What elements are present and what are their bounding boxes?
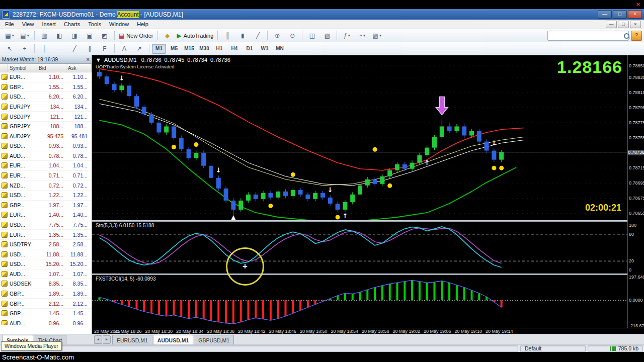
- timeframe-m30[interactable]: M30: [197, 44, 211, 54]
- market-watch-close-icon[interactable]: ×: [87, 56, 90, 62]
- close-button[interactable]: ×: [628, 10, 642, 19]
- tab-scroll-left[interactable]: ◂: [94, 335, 102, 344]
- market-watch-toggle-button[interactable]: ▥: [37, 30, 51, 41]
- chevron-down-icon: ▾: [12, 33, 14, 38]
- table-row[interactable]: USD...15.20...15.20...: [0, 259, 92, 269]
- navigator-button[interactable]: ◨: [67, 30, 82, 41]
- chart-tab-gbpusd-m1[interactable]: GBPUSD,M1: [194, 335, 234, 344]
- zoom-in-icon: ⊕: [275, 32, 280, 39]
- horizontal-line-tool-button[interactable]: ─: [52, 43, 66, 54]
- text-tool-button[interactable]: A: [117, 43, 131, 54]
- recorder-close-icon[interactable]: ×: [636, 1, 640, 8]
- table-row[interactable]: GBP...1.89...1.89...: [0, 289, 92, 299]
- new-chart-button[interactable]: ▦▾: [3, 30, 17, 41]
- table-row[interactable]: EUR...1.35...1.35...: [0, 230, 92, 240]
- table-row[interactable]: USD...1.22...1.22...: [0, 191, 92, 201]
- trendline-tool-button[interactable]: ╱: [67, 43, 82, 54]
- table-row[interactable]: EUR...1.10...1.10...: [0, 72, 92, 82]
- indicators-button[interactable]: ƒ▾: [340, 30, 354, 41]
- chevron-down-icon: ▾: [348, 33, 350, 38]
- table-row[interactable]: USDSEK8.35...8.35...: [0, 279, 92, 289]
- table-row[interactable]: AUD...0.96...0.96...: [0, 318, 92, 325]
- table-row[interactable]: EUR...0.71...0.71...: [0, 171, 92, 181]
- chart-tab-eurusd-m1[interactable]: EURUSD,M1: [112, 335, 152, 344]
- tile-windows-button[interactable]: ◫: [305, 30, 319, 41]
- timeframe-mn[interactable]: MN: [273, 44, 287, 54]
- channel-tool-button[interactable]: ∥: [83, 43, 97, 54]
- cascade-windows-button[interactable]: ▧: [320, 30, 334, 41]
- metaeditor-button[interactable]: ◆: [160, 30, 175, 41]
- chart-candles-button[interactable]: ▮: [235, 30, 250, 41]
- table-row[interactable]: AUD...0.78...0.78...: [0, 151, 92, 161]
- chart-tab-audusd-m1[interactable]: AUDUSD,M1: [153, 335, 193, 344]
- timeframe-w1[interactable]: W1: [258, 44, 272, 54]
- big-price-display: 1.28166: [557, 57, 622, 77]
- table-row[interactable]: EUR...1.04...1.04...: [0, 161, 92, 171]
- table-row[interactable]: GBP...1.97...1.97...: [0, 201, 92, 211]
- zoom-in-button[interactable]: ⊕: [270, 30, 284, 41]
- arrows-tool-button[interactable]: ↗: [132, 43, 146, 54]
- table-row[interactable]: USD...11.88...11.88...: [0, 249, 92, 259]
- table-row[interactable]: EUR...1.40...1.40...: [0, 210, 92, 220]
- chart-line-button[interactable]: ╱: [251, 30, 265, 41]
- menu-charts[interactable]: Charts: [60, 20, 84, 28]
- table-row[interactable]: GBP...1.45...1.45...: [0, 309, 92, 319]
- strategy-tester-button[interactable]: ◩: [98, 30, 112, 41]
- new-order-button[interactable]: ▤New Order: [117, 30, 155, 41]
- profiles-button[interactable]: ▤▾: [18, 30, 32, 41]
- child-close-button[interactable]: ×: [630, 21, 641, 28]
- timeframe-m5[interactable]: M5: [167, 44, 181, 54]
- cci-pane[interactable]: FXST3CCI(14, 5) -60.0893: [92, 275, 627, 328]
- table-row[interactable]: USD...0.93...0.93...: [0, 141, 92, 151]
- chart-bars-icon: ╫: [225, 32, 230, 39]
- menu-tools[interactable]: Tools: [84, 20, 105, 28]
- table-row[interactable]: EURJPY134...134...: [0, 102, 92, 112]
- search-input[interactable]: [548, 32, 623, 39]
- child-minimize-button[interactable]: —: [606, 21, 617, 28]
- table-row[interactable]: GBP...2.12...2.12...: [0, 299, 92, 309]
- vertical-line-tool-button[interactable]: │: [37, 43, 51, 54]
- time-axis[interactable]: 20 May 201520 May 18:2620 May 18:3020 Ma…: [92, 328, 644, 334]
- child-restore-button[interactable]: □: [618, 21, 629, 28]
- terminal-button[interactable]: ▣: [83, 30, 97, 41]
- table-row[interactable]: GBPJPY188...188...: [0, 122, 92, 132]
- autotrading-button[interactable]: ▶AutoTrading: [176, 30, 215, 41]
- data-window-button[interactable]: ◧: [52, 30, 66, 41]
- table-row[interactable]: AUDJPY95.47595.481: [0, 131, 92, 141]
- table-row[interactable]: AUD...1.07...1.07...: [0, 269, 92, 280]
- menu-insert[interactable]: Insert: [38, 20, 60, 28]
- cursor-button[interactable]: ↖: [3, 43, 17, 54]
- minimize-button[interactable]: —: [598, 10, 612, 19]
- menu-window[interactable]: Window: [105, 20, 133, 28]
- fibonacci-tool-button[interactable]: F: [98, 43, 112, 54]
- price-axis[interactable]: 0.788500.788350.788150.787950.787750.787…: [627, 55, 644, 334]
- table-row[interactable]: USDJPY121...121...: [0, 112, 92, 122]
- table-row[interactable]: USDTRY2.58...2.58...: [0, 240, 92, 250]
- menu-view[interactable]: View: [18, 20, 38, 28]
- crosshair-button[interactable]: +: [18, 43, 32, 54]
- menu-file[interactable]: File: [1, 20, 18, 28]
- symbol-icon: [2, 212, 8, 218]
- menu-help[interactable]: Help: [133, 20, 152, 28]
- stochastic-pane[interactable]: Sto(5,3,3) 6.0150 15.5188: [92, 222, 627, 274]
- table-row[interactable]: USD...6.20...6.20...: [0, 92, 92, 102]
- timeframe-d1[interactable]: D1: [243, 44, 257, 54]
- symbol-caret-icon[interactable]: ▼: [96, 57, 101, 63]
- tab-scroll-right[interactable]: ▸: [103, 335, 111, 344]
- chart-bars-button[interactable]: ╫: [220, 30, 234, 41]
- zoom-out-button[interactable]: ⊖: [285, 30, 299, 41]
- periods-button[interactable]: ◔▾: [355, 30, 369, 41]
- maximize-button[interactable]: □: [613, 10, 627, 19]
- timeframe-h1[interactable]: H1: [212, 44, 226, 54]
- search-icon[interactable]: [623, 33, 627, 39]
- timeframe-m15[interactable]: M15: [182, 44, 196, 54]
- quick-help-button[interactable]: ?: [631, 31, 642, 41]
- templates-button[interactable]: ▨▾: [370, 30, 384, 41]
- table-row[interactable]: NZD...0.72...0.72...: [0, 180, 92, 191]
- timeframe-m1[interactable]: M1: [152, 44, 166, 54]
- table-row[interactable]: GBP...1.55...1.55...: [0, 82, 92, 93]
- timeframe-h4[interactable]: H4: [227, 44, 242, 54]
- table-row[interactable]: USD...7.75...7.75...: [0, 220, 92, 230]
- main-chart-pane[interactable]: ↓↓▲↓↑↑↓ ▼AUDUSD,M1 0.787360.787450.78734…: [92, 55, 627, 220]
- status-profile-segment[interactable]: Default: [520, 345, 586, 352]
